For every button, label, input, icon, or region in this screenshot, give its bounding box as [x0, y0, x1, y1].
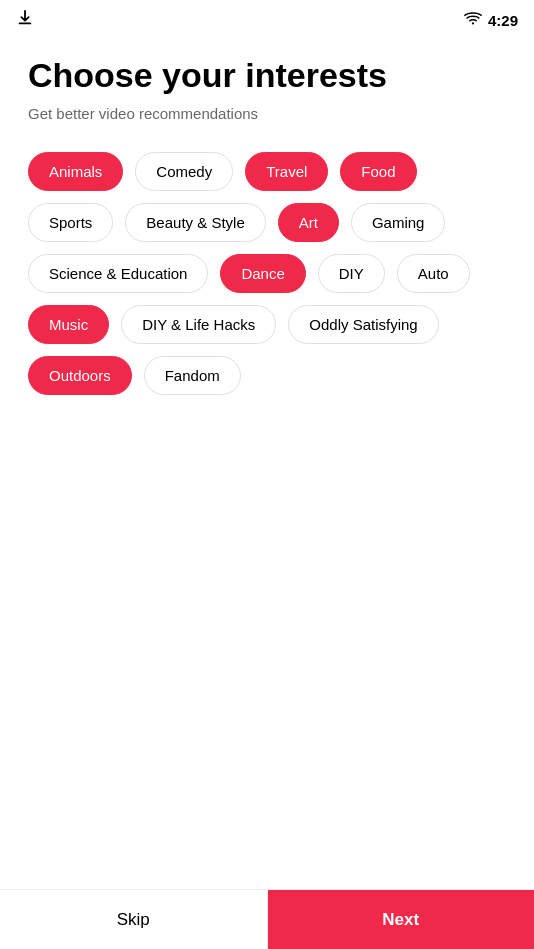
tag-beauty-style[interactable]: Beauty & Style	[125, 203, 265, 242]
main-content: Choose your interests Get better video r…	[0, 36, 534, 395]
tag-travel[interactable]: Travel	[245, 152, 328, 191]
status-time: 4:29	[488, 12, 518, 29]
tags-container: AnimalsComedyTravelFoodSportsBeauty & St…	[28, 152, 506, 395]
tag-diy-life-hacks[interactable]: DIY & Life Hacks	[121, 305, 276, 344]
status-right: 4:29	[464, 11, 518, 29]
tag-gaming[interactable]: Gaming	[351, 203, 446, 242]
tag-outdoors[interactable]: Outdoors	[28, 356, 132, 395]
tag-science-education[interactable]: Science & Education	[28, 254, 208, 293]
page-title: Choose your interests	[28, 56, 506, 95]
tag-dance[interactable]: Dance	[220, 254, 305, 293]
tag-animals[interactable]: Animals	[28, 152, 123, 191]
bottom-bar: Skip Next	[0, 889, 534, 949]
next-button[interactable]: Next	[268, 890, 535, 949]
tag-art[interactable]: Art	[278, 203, 339, 242]
page-subtitle: Get better video recommendations	[28, 105, 506, 122]
tag-auto[interactable]: Auto	[397, 254, 470, 293]
tag-sports[interactable]: Sports	[28, 203, 113, 242]
tag-fandom[interactable]: Fandom	[144, 356, 241, 395]
tag-oddly-satisfying[interactable]: Oddly Satisfying	[288, 305, 438, 344]
download-icon	[16, 9, 34, 31]
wifi-icon	[464, 11, 482, 29]
svg-point-0	[472, 22, 474, 24]
tag-food[interactable]: Food	[340, 152, 416, 191]
status-bar: 4:29	[0, 0, 534, 36]
status-left	[16, 9, 34, 31]
tag-comedy[interactable]: Comedy	[135, 152, 233, 191]
skip-button[interactable]: Skip	[0, 890, 268, 949]
tag-diy[interactable]: DIY	[318, 254, 385, 293]
tag-music[interactable]: Music	[28, 305, 109, 344]
